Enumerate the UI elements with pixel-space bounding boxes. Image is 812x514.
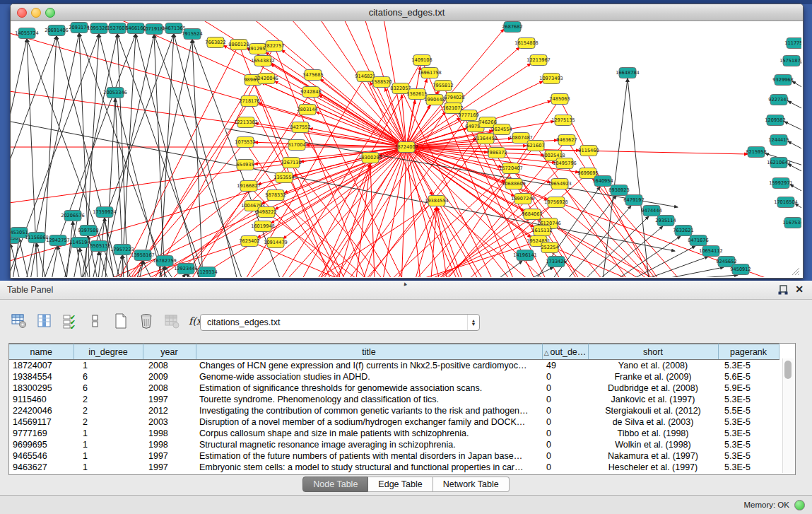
network-node[interactable]: 1129334 — [196, 267, 217, 278]
network-node[interactable]: 15720407 — [499, 163, 523, 174]
tab-network-table[interactable]: Network Table — [433, 477, 510, 492]
create-table-icon[interactable] — [112, 312, 130, 330]
table-selector-dropdown[interactable]: citations_edges.txt ▲▼ — [200, 314, 480, 331]
float-window-icon[interactable] — [778, 285, 788, 295]
network-node[interactable]: 22420046 — [254, 74, 278, 84]
pane-splitter-grip[interactable]: ▲ — [401, 280, 408, 288]
network-node[interactable]: 18907249 — [511, 194, 535, 204]
table-row[interactable]: 911546021997Tourette syndrome. Phenomeno… — [9, 394, 779, 405]
column-header-name[interactable]: name — [9, 344, 73, 360]
network-node[interactable]: 8938923 — [608, 185, 629, 196]
network-node[interactable]: 3624554 — [491, 124, 512, 135]
network-node[interactable]: 19384554 — [425, 196, 449, 206]
network-node[interactable]: 11156868 — [25, 233, 49, 243]
network-node[interactable]: 7663822 — [205, 37, 225, 48]
network-node[interactable]: 16210643 — [767, 158, 791, 168]
column-header-out_de[interactable]: △out_de… — [542, 344, 588, 360]
column-width-icon[interactable] — [86, 312, 105, 330]
network-node[interactable]: 17016504 — [774, 197, 798, 208]
network-node[interactable]: 18300295 — [358, 153, 382, 163]
network-node[interactable]: 13505135 — [87, 241, 111, 252]
network-node-hub[interactable]: 18724007 — [394, 142, 418, 153]
network-node[interactable]: 10688609 — [502, 179, 526, 189]
select-columns-icon[interactable] — [35, 312, 54, 330]
network-node[interactable]: 9684067 — [522, 209, 542, 220]
network-node[interactable]: 1117752 — [784, 38, 801, 49]
network-node[interactable]: 12213382 — [234, 117, 258, 128]
network-node[interactable]: 1209382 — [765, 115, 785, 126]
network-node[interactable]: 654935 — [236, 160, 254, 170]
column-header-short[interactable]: short — [588, 344, 718, 360]
network-node[interactable]: 12942757 — [46, 235, 70, 246]
network-node[interactable]: 9397588 — [78, 226, 98, 236]
network-node[interactable]: 16019948 — [251, 221, 275, 232]
network-node[interactable]: 16154808 — [514, 38, 539, 49]
network-node[interactable]: 14055724 — [15, 28, 39, 39]
network-node[interactable]: 8471676 — [688, 235, 708, 246]
network-node[interactable]: 9450912 — [730, 264, 751, 275]
column-header-pagerank[interactable]: pagerank — [718, 344, 779, 360]
network-node[interactable]: 15992971 — [769, 178, 793, 189]
network-node[interactable]: 7986372 — [486, 148, 507, 158]
network-node[interactable]: 7625402 — [239, 236, 259, 247]
network-node[interactable]: 20053346 — [103, 88, 127, 98]
network-node[interactable]: 1167534 — [782, 218, 801, 228]
network-view-canvas[interactable]: 1872400718300295193845547663822886012889… — [11, 21, 801, 277]
network-node[interactable]: 1615132 — [531, 226, 552, 236]
network-node[interactable]: 14196141 — [513, 250, 537, 261]
network-node[interactable]: 21364456 — [473, 134, 498, 144]
network-node[interactable]: 6794028 — [444, 93, 464, 103]
network-node[interactable]: 20206576 — [61, 211, 85, 221]
vertical-scrollbar[interactable] — [782, 358, 794, 473]
network-node[interactable]: 8860128 — [228, 40, 249, 50]
network-node[interactable]: 1640954 — [592, 176, 613, 187]
table-row[interactable]: 946362711997Embryonic stem cells: a mode… — [9, 462, 779, 473]
network-node[interactable]: 1990448 — [424, 95, 445, 105]
network-node[interactable]: 1588520 — [371, 77, 392, 88]
scrollbar-thumb[interactable] — [784, 361, 792, 379]
network-node[interactable]: 317004 — [288, 140, 305, 151]
network-window[interactable]: citations_edges.txt 18724007183002951938… — [10, 4, 804, 279]
network-node[interactable]: 18495796 — [553, 158, 577, 169]
network-node[interactable]: 252254 — [541, 243, 558, 253]
network-node[interactable]: 7915524 — [182, 29, 202, 40]
network-node[interactable]: 1409108 — [411, 55, 432, 66]
table-row[interactable]: 946554611997Estimation of the future num… — [9, 450, 779, 462]
table-row[interactable]: 977716911998Corpus callosum shape and si… — [9, 428, 779, 439]
tab-edge-table[interactable]: Edge Table — [368, 477, 433, 492]
network-node[interactable]: 16648784 — [616, 68, 640, 78]
network-node[interactable]: 12923446 — [174, 264, 198, 274]
network-node[interactable]: 2718176 — [239, 96, 259, 107]
tab-node-table[interactable]: Node Table — [302, 477, 368, 492]
network-node[interactable]: 12975135 — [551, 115, 575, 126]
network-node[interactable]: 3475685 — [302, 70, 323, 81]
network-node[interactable]: 2803144 — [297, 105, 317, 115]
network-node[interactable]: 2935114 — [655, 216, 676, 226]
table-row[interactable]: 1872400712008Changes of HCN gene express… — [9, 360, 779, 372]
node-table[interactable]: namein_degreeyeartitle△out_de…shortpager… — [8, 343, 796, 475]
network-window-titlebar[interactable]: citations_edges.txt — [11, 4, 803, 21]
network-node[interactable]: 16782759 — [153, 256, 177, 267]
network-node[interactable]: 20691406 — [45, 25, 69, 36]
network-node[interactable]: 6479197 — [623, 195, 644, 206]
network-node[interactable]: 9777169 — [458, 110, 478, 121]
window-resize-grip[interactable] — [791, 267, 800, 276]
table-row[interactable]: 1938455462009Genome-wide association stu… — [9, 371, 779, 382]
network-node[interactable]: 13958167 — [131, 250, 155, 261]
network-node[interactable]: 8427552 — [290, 122, 310, 133]
network-node[interactable]: 9463627 — [556, 135, 577, 146]
column-header-in_degree[interactable]: in_degree — [73, 344, 143, 360]
network-node[interactable]: 19166827 — [237, 181, 261, 192]
network-node[interactable]: 12213967 — [526, 55, 551, 66]
network-node[interactable]: 1733426 — [546, 257, 566, 267]
network-node[interactable]: 17359924 — [93, 207, 117, 218]
network-node[interactable]: 1244415 — [768, 135, 789, 146]
table-row[interactable]: 2242004622012Investigating the contribut… — [9, 405, 779, 416]
network-node[interactable]: 19756928 — [544, 197, 568, 208]
network-node[interactable]: 1353554 — [273, 173, 294, 183]
close-panel-icon[interactable]: ✕ — [795, 284, 804, 295]
network-node[interactable]: 7632621 — [673, 226, 693, 236]
network-node[interactable]: 9474444 — [641, 206, 661, 216]
table-row[interactable]: 1830029562008Estimation of significance … — [9, 382, 779, 394]
column-header-year[interactable]: year — [143, 344, 196, 360]
